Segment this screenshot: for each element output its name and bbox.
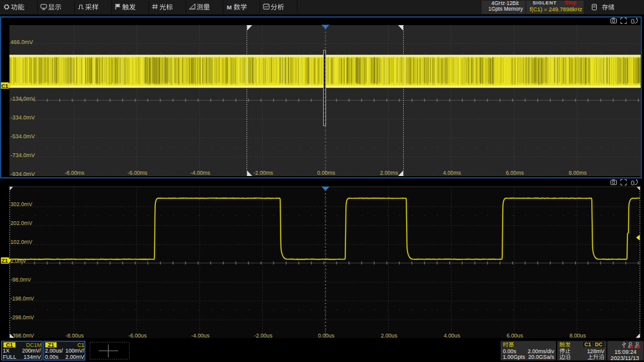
svg-text:Z1: Z1 xyxy=(48,342,54,348)
svg-text:SIGLENT: SIGLENT xyxy=(533,0,557,6)
svg-text:202.0mV: 202.0mV xyxy=(11,220,33,226)
svg-text:1.00Gpts: 1.00Gpts xyxy=(503,354,526,360)
svg-text:0.00us: 0.00us xyxy=(318,332,335,339)
svg-text:102.0mV: 102.0mV xyxy=(11,239,33,245)
svg-text:6.00ms: 6.00ms xyxy=(506,170,524,176)
svg-text:4.00us: 4.00us xyxy=(443,332,460,339)
svg-text:-6.00us: -6.00us xyxy=(128,332,147,339)
svg-text:2.00us/: 2.00us/ xyxy=(45,348,64,354)
svg-text:-334.0mV: -334.0mV xyxy=(11,114,35,121)
svg-text:-2.00ms: -2.00ms xyxy=(253,170,274,176)
svg-text:8.00us: 8.00us xyxy=(569,332,586,339)
svg-text:-98.0mV: -98.0mV xyxy=(11,277,31,283)
svg-text:1Gpts Memory: 1Gpts Memory xyxy=(489,6,524,12)
svg-text:-534.0mV: -534.0mV xyxy=(11,133,35,140)
svg-text:2.00mV: 2.00mV xyxy=(65,354,84,360)
svg-text:DC: DC xyxy=(595,342,602,348)
svg-text:200mV/: 200mV/ xyxy=(22,348,42,354)
svg-text:-4.00us: -4.00us xyxy=(191,332,210,339)
svg-text:-298.0mV: -298.0mV xyxy=(11,314,35,321)
svg-text:-198.0mV: -198.0mV xyxy=(11,295,35,302)
svg-text:6.00us: 6.00us xyxy=(506,332,523,339)
svg-text:-6.00ms: -6.00ms xyxy=(128,170,148,176)
svg-text:M: M xyxy=(227,4,232,11)
svg-text:-8.00ms: -8.00ms xyxy=(65,170,85,176)
svg-text:C1: C1 xyxy=(6,342,13,348)
svg-text:1X: 1X xyxy=(3,348,10,354)
svg-text:0.00s: 0.00s xyxy=(45,354,59,360)
svg-text:-134.0mV: -134.0mV xyxy=(11,96,35,102)
svg-text:15:09:24: 15:09:24 xyxy=(614,349,636,355)
svg-text:-4.00ms: -4.00ms xyxy=(191,170,211,176)
svg-text:-2.00us: -2.00us xyxy=(254,332,273,339)
svg-text:2.00ms/div: 2.00ms/div xyxy=(528,348,555,354)
svg-text:2.00us: 2.00us xyxy=(380,332,397,339)
svg-text:-398.0mV: -398.0mV xyxy=(11,332,35,339)
svg-text:f(C1) = 249.7898kHz: f(C1) = 249.7898kHz xyxy=(530,6,582,13)
svg-text:-734.0mV: -734.0mV xyxy=(11,152,35,158)
svg-text:0.00s: 0.00s xyxy=(503,348,517,354)
svg-text:2023/11/13: 2023/11/13 xyxy=(611,355,639,361)
svg-text:2.00ms: 2.00ms xyxy=(380,170,398,176)
svg-text:20.0GSa/s: 20.0GSa/s xyxy=(528,354,555,360)
svg-text:DC1M: DC1M xyxy=(26,342,42,348)
svg-text:8.00ms: 8.00ms xyxy=(569,170,587,176)
svg-text:FULL: FULL xyxy=(3,354,16,360)
svg-text:-934.0mV: -934.0mV xyxy=(11,171,35,177)
svg-text:Z1: Z1 xyxy=(2,258,8,264)
svg-text:C1: C1 xyxy=(584,342,591,348)
svg-text:4.00ms: 4.00ms xyxy=(443,170,461,176)
svg-text:128mV: 128mV xyxy=(587,348,604,354)
svg-text:466.0mV: 466.0mV xyxy=(11,39,33,45)
svg-text:C1: C1 xyxy=(77,342,84,348)
svg-text:302.0mV: 302.0mV xyxy=(11,201,33,207)
svg-text:134mV: 134mV xyxy=(23,354,41,360)
svg-text:0.00ms: 0.00ms xyxy=(317,170,335,176)
svg-text:Stop: Stop xyxy=(564,0,576,6)
svg-text:100mV/: 100mV/ xyxy=(65,348,85,354)
svg-text:-8.00us: -8.00us xyxy=(65,332,84,339)
svg-text:C1: C1 xyxy=(1,83,8,89)
svg-text:2.0mV: 2.0mV xyxy=(11,258,26,264)
